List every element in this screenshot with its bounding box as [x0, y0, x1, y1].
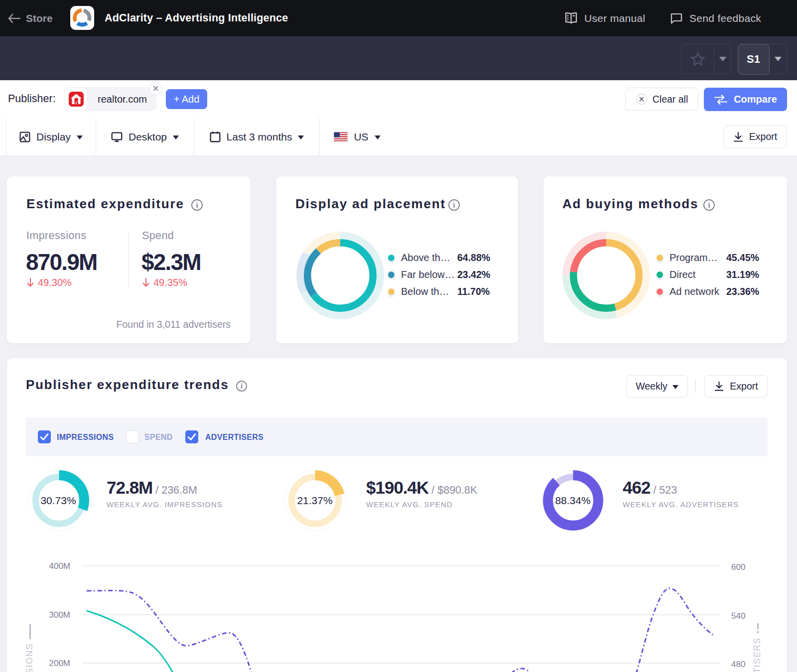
- svg-text:600: 600: [731, 562, 745, 572]
- svg-text:300M: 300M: [49, 610, 70, 620]
- svg-text:480: 480: [731, 660, 745, 669]
- svg-text:400M: 400M: [49, 561, 70, 571]
- svg-text:540: 540: [731, 611, 745, 621]
- svg-text:200M: 200M: [49, 659, 70, 668]
